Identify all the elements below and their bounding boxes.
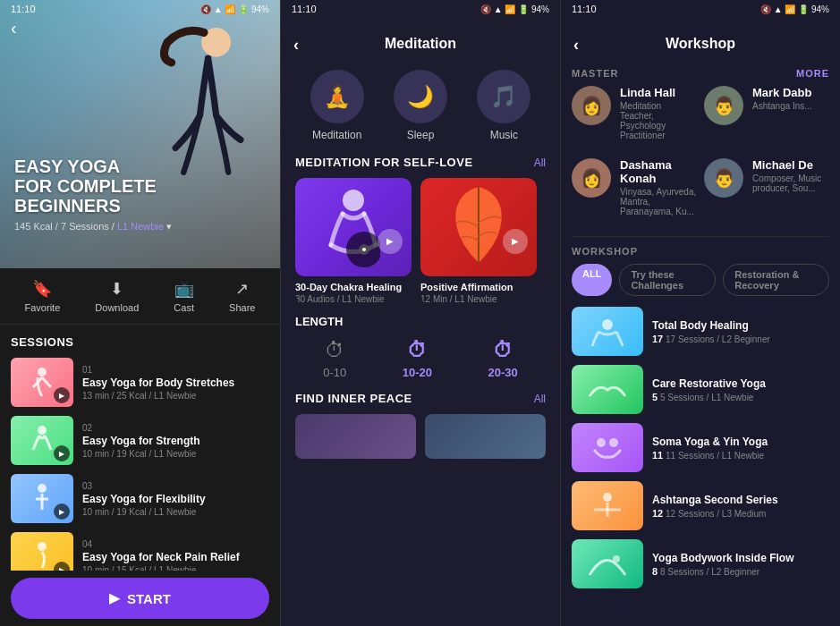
dashama-desc: Vinyasa, Ayurveda, Mantra, Paranayama, K… <box>620 187 697 216</box>
session-num-4: 04 <box>82 539 269 549</box>
length-0-10[interactable]: ⏱ 0-10 <box>323 339 346 379</box>
affirmation-play-icon: ▶ <box>503 229 528 254</box>
workshop-ashtanga[interactable]: Ashtanga Second Series 12 12 Sessions / … <box>572 481 829 530</box>
time-1: 11:10 <box>11 4 36 14</box>
start-label: START <box>127 591 171 606</box>
hero-text: EASY YOGAFOR COMPLETEBEGINNERS 145 Kcal … <box>14 156 172 233</box>
start-button[interactable]: ▶ START <box>11 578 269 619</box>
sessions-section: SESSIONS ▶ 01 Easy Yoga for Body Stretch… <box>0 325 280 571</box>
tab-restoration[interactable]: Restoration & Recovery <box>723 264 829 296</box>
care-thumb <box>572 365 643 414</box>
workshop-header: ‹ Workshop <box>561 18 840 63</box>
workshop-bodywork[interactable]: Yoga Bodywork Inside Flow 8 8 Sessions /… <box>572 539 829 588</box>
tab-all[interactable]: ALL <box>572 264 612 296</box>
mark-avatar: 👨 <box>704 86 743 125</box>
meditation-cat-icon: 🧘 <box>310 70 364 123</box>
session-thumb-4: ▶ <box>11 532 73 571</box>
find-card-1[interactable] <box>295 414 416 459</box>
teachers-row-1: 👩 Linda Hall Meditation Teacher, Psychol… <box>572 86 829 151</box>
tab-challenges[interactable]: Try these Challenges <box>619 264 716 296</box>
svg-point-1 <box>38 368 47 376</box>
session-info-1: 01 Easy Yoga for Body Stretches 13 min /… <box>82 365 269 401</box>
total-thumb <box>572 307 643 356</box>
care-info: Care Restorative Yoga 5 5 Sessions / L1 … <box>652 377 829 402</box>
panel-yoga: 11:10 🔇 ▲ 📶 🔋 94% ‹ EASY YOGAFOR COMPLET… <box>0 0 280 626</box>
session-play-3: ▶ <box>54 503 70 520</box>
chakra-card[interactable]: ▶ 30-Day Chakra Healing 30 Audios / L1 N… <box>295 178 412 304</box>
share-icon: ↗ <box>235 279 249 299</box>
self-love-title: MEDITATION FOR SELF-LOVE <box>295 156 473 169</box>
affirmation-card[interactable]: ▶ Positive Affirmation 12 Min / L1 Newbi… <box>420 178 537 304</box>
teacher-mark[interactable]: 👨 Mark Dabb Ashtanga Ins... <box>704 86 829 140</box>
length-10-20[interactable]: ⏱ 10-20 <box>403 339 432 379</box>
category-music[interactable]: 🎵 Music <box>477 70 530 141</box>
cast-action[interactable]: 📺 Cast <box>174 279 194 313</box>
chakra-title: 30-Day Chakra Healing <box>295 282 412 292</box>
dashama-name: Dashama Konah <box>620 158 697 185</box>
workshop-care[interactable]: Care Restorative Yoga 5 5 Sessions / L1 … <box>572 365 829 414</box>
total-info: Total Body Healing 17 17 Sessions / L2 B… <box>652 319 829 344</box>
length-options: ⏱ 0-10 ⏱ 10-20 ⏱ 20-30 <box>295 339 546 379</box>
music-cat-label: Music <box>490 129 518 141</box>
linda-name: Linda Hall <box>620 86 697 99</box>
session-play-1: ▶ <box>54 387 70 403</box>
session-thumb-2: ▶ <box>11 416 73 465</box>
find-header: FIND INNER PEACE All <box>295 392 546 405</box>
session-num-1: 01 <box>82 365 269 375</box>
find-all[interactable]: All <box>534 393 546 405</box>
chakra-meta: 30 Audios / L1 Newbie <box>295 294 412 304</box>
status-icons-1: 🔇 ▲ 📶 🔋 94% <box>200 4 269 14</box>
affirmation-card-img <box>420 178 537 276</box>
share-action[interactable]: ↗ Share <box>229 279 255 313</box>
svg-point-11 <box>609 438 618 447</box>
session-meta-3: 10 min / 19 Kcal / L1 Newbie <box>82 507 269 517</box>
status-icons-2: 🔇 ▲ 📶 🔋 94% <box>480 4 549 14</box>
self-love-all[interactable]: All <box>534 156 546 169</box>
status-bar-1: 11:10 🔇 ▲ 📶 🔋 94% <box>0 0 280 18</box>
chakra-play-icon: ▶ <box>378 229 403 254</box>
category-sleep[interactable]: 🌙 Sleep <box>394 70 447 141</box>
self-love-header: MEDITATION FOR SELF-LOVE All <box>295 156 546 169</box>
soma-name: Soma Yoga & Yin Yoga <box>652 436 829 448</box>
svg-point-2 <box>38 426 47 435</box>
session-item[interactable]: ▶ 01 Easy Yoga for Body Stretches 13 min… <box>11 358 269 407</box>
master-subtitle: MASTER MORE <box>572 68 829 79</box>
michael-info: Michael De Composer, Music producer, Sou… <box>752 158 829 193</box>
session-info-3: 03 Easy Yoga for Flexibility 10 min / 19… <box>82 481 269 517</box>
svg-point-5 <box>343 190 364 211</box>
ashtanga-meta: 12 12 Sessions / L3 Medium <box>652 508 829 519</box>
find-card-2[interactable] <box>425 414 546 459</box>
workshop-total[interactable]: Total Body Healing 17 17 Sessions / L2 B… <box>572 307 829 356</box>
find-cards <box>295 414 546 459</box>
teacher-dashama[interactable]: 👩 Dashama Konah Vinyasa, Ayurveda, Mantr… <box>572 158 697 216</box>
length-20-30-label: 20-30 <box>488 366 517 379</box>
session-info-4: 04 Easy Yoga for Neck Pain Relief 10 min… <box>82 539 269 571</box>
linda-desc: Meditation Teacher, Psychology Practitio… <box>620 101 697 140</box>
category-meditation[interactable]: 🧘 Meditation <box>310 70 364 141</box>
workshop-title: Workshop <box>666 36 735 51</box>
teacher-michael[interactable]: 👨 Michael De Composer, Music producer, S… <box>704 158 829 216</box>
back-button-1[interactable]: ‹ <box>11 18 17 38</box>
teacher-linda[interactable]: 👩 Linda Hall Meditation Teacher, Psychol… <box>572 86 697 140</box>
dashama-info: Dashama Konah Vinyasa, Ayurveda, Mantra,… <box>620 158 697 216</box>
favorite-action[interactable]: 🔖 Favorite <box>25 279 61 313</box>
download-icon: ⬇ <box>110 279 123 299</box>
session-item[interactable]: ▶ 04 Easy Yoga for Neck Pain Relief 10 m… <box>11 532 269 571</box>
download-action[interactable]: ⬇ Download <box>95 279 139 313</box>
soma-meta: 11 11 Sessions / L1 Newbie <box>652 450 829 461</box>
care-name: Care Restorative Yoga <box>652 377 829 390</box>
session-item[interactable]: ▶ 02 Easy Yoga for Strength 10 min / 19 … <box>11 416 269 465</box>
soma-thumb <box>572 423 643 472</box>
length-0-10-label: 0-10 <box>323 366 346 379</box>
back-button-2[interactable]: ‹ <box>293 36 299 55</box>
session-thumb-3: ▶ <box>11 474 73 523</box>
more-link[interactable]: MORE <box>796 68 829 79</box>
session-item[interactable]: ▶ 03 Easy Yoga for Flexibility 10 min / … <box>11 474 269 523</box>
back-button-3[interactable]: ‹ <box>573 36 579 55</box>
workshop-content: MASTER MORE 👩 Linda Hall Meditation Teac… <box>561 63 840 626</box>
length-20-30[interactable]: ⏱ 20-30 <box>488 339 517 379</box>
timer-10-20-icon: ⏱ <box>407 339 427 362</box>
workshop-soma[interactable]: Soma Yoga & Yin Yoga 11 11 Sessions / L1… <box>572 423 829 472</box>
total-meta-text: 17 Sessions / L2 Beginner <box>666 334 770 344</box>
status-bar-2: 11:10 🔇 ▲ 📶 🔋 94% <box>281 0 560 18</box>
